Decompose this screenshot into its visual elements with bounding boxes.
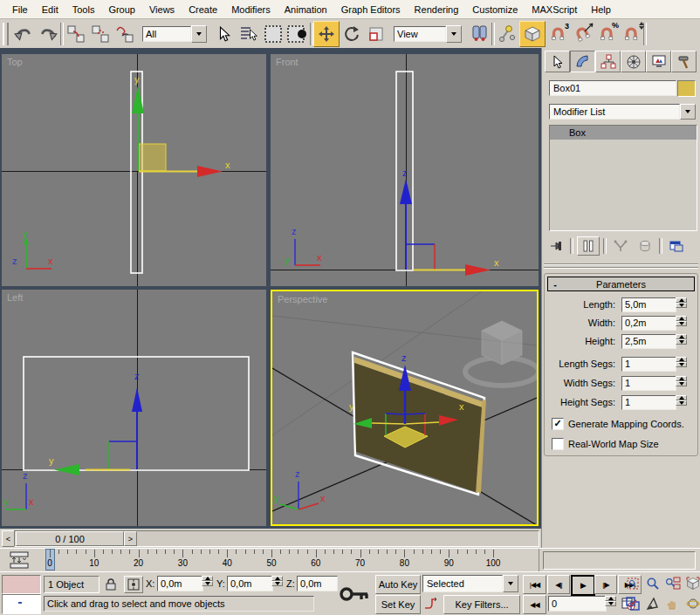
selection-set-dropdown[interactable]: Selected	[422, 575, 518, 592]
window-crossing-toggle[interactable]	[285, 22, 310, 46]
height-segs-field[interactable]: 1	[621, 395, 676, 410]
menu-file[interactable]: File	[5, 3, 35, 17]
menu-graph-editors[interactable]: Graph Editors	[334, 3, 408, 17]
pin-stack-button[interactable]	[547, 237, 566, 255]
play-button[interactable]: ▶	[571, 575, 595, 596]
length-field[interactable]: 5,0m	[621, 297, 676, 312]
undo-button[interactable]	[11, 22, 36, 46]
show-end-result-button[interactable]	[577, 236, 600, 256]
modifier-stack[interactable]: Box	[549, 125, 697, 231]
menu-edit[interactable]: Edit	[35, 3, 65, 17]
rollout-collapse-button[interactable]: -	[548, 279, 562, 290]
absolute-mode-transform-toggle[interactable]	[124, 576, 143, 593]
length-segs-spinner[interactable]	[676, 357, 687, 372]
rectangular-selection-region-button[interactable]	[261, 22, 285, 46]
move-gizmo-left[interactable]: z y	[49, 371, 142, 475]
y-coord-field[interactable]: 0,0m	[227, 576, 273, 591]
tab-utilities[interactable]	[671, 51, 697, 72]
snaps-3d-button[interactable]: 3	[546, 22, 570, 46]
z-coord-field[interactable]: 0,0m	[297, 576, 338, 591]
y-coord-spinner[interactable]	[271, 576, 283, 591]
current-frame-field[interactable]: 0	[548, 596, 607, 612]
menu-modifiers[interactable]: Modifiers	[224, 3, 278, 17]
menu-animation[interactable]: Animation	[278, 3, 334, 17]
select-and-manipulate-button[interactable]	[495, 22, 519, 46]
snaps-toggle-button[interactable]	[519, 21, 546, 47]
arc-rotate-button[interactable]	[683, 595, 700, 612]
viewcube[interactable]	[465, 321, 537, 386]
object-name-field[interactable]: Box01	[549, 80, 676, 96]
selection-filter-arrow[interactable]	[191, 25, 207, 43]
tab-modify[interactable]	[570, 51, 595, 72]
select-and-link-icon[interactable]	[64, 22, 88, 46]
length-spinner[interactable]	[676, 297, 687, 312]
field-of-view-button[interactable]	[623, 575, 642, 592]
open-mini-curve-editor-button[interactable]	[3, 550, 40, 570]
select-and-scale-button[interactable]	[364, 22, 388, 46]
bind-to-space-warp-icon[interactable]	[113, 22, 137, 46]
coord-system-arrow[interactable]	[446, 25, 462, 43]
zoom-extents-button[interactable]	[683, 575, 700, 592]
move-gizmo-top[interactable]: y x	[132, 74, 230, 177]
tab-hierarchy[interactable]	[595, 51, 621, 72]
key-filters-button[interactable]: Key Filters...	[443, 595, 520, 614]
maxscript-mini-listener-pink[interactable]	[2, 575, 41, 594]
select-and-rotate-button[interactable]	[340, 22, 364, 46]
pan-view-button[interactable]	[663, 595, 683, 612]
angle-snap-toggle[interactable]	[570, 22, 594, 46]
maxscript-mini-listener-white[interactable]	[2, 594, 41, 614]
time-slider-track[interactable]: 0 / 100 >	[14, 530, 539, 547]
remove-modifier-button[interactable]	[635, 237, 655, 255]
object-color-swatch[interactable]	[677, 80, 696, 97]
menu-group[interactable]: Group	[101, 3, 142, 17]
modifier-list-arrow[interactable]	[680, 104, 696, 120]
toolbar-grip[interactable]	[3, 23, 9, 45]
real-world-checkbox[interactable]	[552, 438, 564, 450]
viewport-left[interactable]: z y z y x Left	[2, 290, 266, 526]
set-key-button[interactable]: Set Key	[375, 595, 421, 614]
next-frame-button[interactable]: ||▶	[594, 575, 617, 594]
width-spinner[interactable]	[676, 316, 687, 331]
generate-mapping-checkbox[interactable]: ✓	[552, 418, 564, 430]
select-by-name-button[interactable]	[237, 22, 261, 46]
tab-motion[interactable]	[621, 51, 646, 72]
menu-views[interactable]: Views	[142, 3, 182, 17]
menu-create[interactable]: Create	[182, 3, 224, 17]
viewport-front[interactable]: z x z x y Front	[271, 54, 539, 286]
select-and-move-button[interactable]	[313, 21, 340, 47]
modifier-list-dropdown[interactable]: Modifier List	[549, 104, 696, 120]
menu-tools[interactable]: Tools	[65, 3, 102, 17]
unlink-selection-icon[interactable]	[88, 22, 113, 46]
viewport-top[interactable]: y x y x z Top	[2, 54, 266, 286]
zoom-all-button[interactable]	[663, 575, 683, 592]
menu-help[interactable]: Help	[584, 3, 618, 17]
select-object-button[interactable]	[212, 22, 237, 46]
width-segs-field[interactable]: 1	[621, 376, 676, 391]
make-unique-button[interactable]	[610, 237, 631, 255]
time-slider-thumb[interactable]: 0 / 100	[16, 531, 124, 546]
time-slider-prev-button[interactable]: <	[2, 530, 15, 547]
width-segs-spinner[interactable]	[676, 376, 687, 391]
menu-maxscript[interactable]: MAXScript	[525, 3, 584, 17]
percent-snap-toggle[interactable]: %	[594, 22, 619, 46]
selection-lock-toggle[interactable]	[103, 576, 119, 591]
tab-display[interactable]	[646, 51, 671, 72]
redo-button[interactable]	[36, 22, 60, 46]
height-segs-spinner[interactable]	[676, 395, 687, 410]
move-gizmo-front[interactable]: z x	[400, 167, 499, 276]
zoom-button[interactable]	[643, 575, 662, 592]
tab-create[interactable]	[545, 51, 570, 72]
reference-coord-system-dropdown[interactable]: View	[394, 25, 462, 43]
track-bar-ruler[interactable]: 0102030405060708090100	[42, 549, 501, 571]
modifier-stack-item-box[interactable]: Box	[550, 126, 697, 140]
selection-set-arrow[interactable]	[503, 575, 518, 592]
parameters-rollout-header[interactable]: - Parameters	[547, 277, 695, 291]
menu-rendering[interactable]: Rendering	[408, 3, 466, 17]
selection-filter-dropdown[interactable]: All	[142, 25, 207, 43]
viewport-perspective[interactable]: z x y z x y Perspective	[271, 290, 539, 526]
set-keys-button[interactable]	[337, 575, 372, 612]
x-coord-field[interactable]: 0,0m	[157, 576, 203, 591]
height-field[interactable]: 2,5m	[621, 334, 676, 349]
length-segs-field[interactable]: 1	[621, 357, 676, 372]
default-in-out-tangents-button[interactable]	[422, 595, 440, 612]
